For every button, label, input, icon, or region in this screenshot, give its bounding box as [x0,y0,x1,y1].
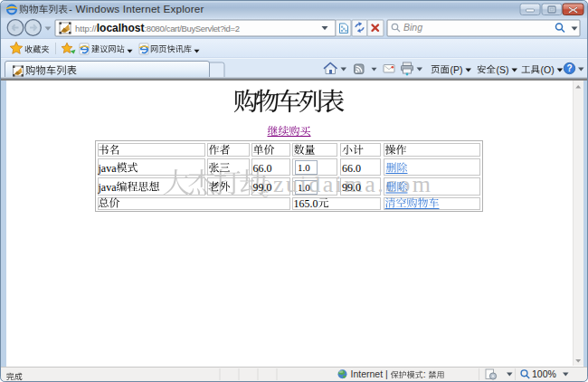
svg-text:99.0: 99.0 [342,181,361,194]
svg-text:66.0: 66.0 [342,162,361,175]
svg-text:Internet |: Internet | [351,368,388,379]
svg-text::: : [423,368,426,379]
svg-text:100%: 100% [532,368,556,379]
svg-text:99.0: 99.0 [253,181,272,194]
svg-text:http://: http:// [75,24,97,33]
svg-text:165.0: 165.0 [294,197,318,210]
svg-text:localhost: localhost [97,22,145,34]
svg-text::8080/cart/BuyServlet?id=2: :8080/cart/BuyServlet?id=2 [144,24,239,33]
svg-text:- Windows Internet Explorer: - Windows Internet Explorer [69,3,204,14]
svg-text:66.0: 66.0 [253,162,272,175]
svg-text:Bing: Bing [403,22,422,33]
svg-text:(O): (O) [541,64,555,75]
svg-text:(P): (P) [450,64,463,75]
svg-text:1.0: 1.0 [298,182,310,193]
svg-text:?: ? [566,63,572,73]
svg-text:java: java [98,162,118,175]
svg-text:java: java [98,181,118,194]
svg-text:1.0: 1.0 [298,162,310,173]
svg-text:(S): (S) [497,64,509,75]
